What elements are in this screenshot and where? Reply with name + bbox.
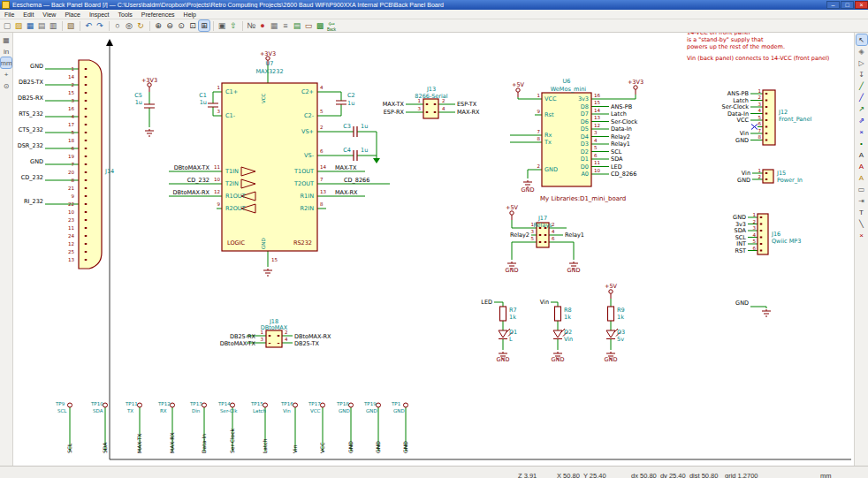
schematic-text[interactable]: 5v [617, 336, 624, 343]
schematic-text[interactable]: +5V [605, 283, 618, 290]
zoom-fit-button[interactable]: ⊡ [187, 20, 198, 31]
schematic-text[interactable]: R1IN [301, 193, 315, 200]
schematic-text[interactable]: GND [393, 408, 405, 414]
schematic-text[interactable]: +3V3 [260, 50, 276, 57]
schematic-text[interactable]: 6 [594, 153, 598, 158]
schematic-text[interactable]: C5 [134, 92, 142, 99]
units-mm-button[interactable]: mm [1, 57, 11, 68]
schematic-text[interactable]: D7 [581, 110, 589, 118]
schematic-text[interactable]: 9 [537, 109, 541, 114]
cursor-shape-button[interactable]: + [1, 69, 11, 80]
schematic-text[interactable]: D1 [509, 329, 517, 336]
schematic-text[interactable]: Latch [262, 438, 268, 453]
schematic-text[interactable]: Relay1 [565, 231, 584, 239]
schematic-text[interactable]: 16 [594, 93, 600, 98]
schematic-text[interactable]: J12 [778, 109, 788, 116]
schematic-text[interactable]: ANS-PB [727, 90, 749, 97]
schematic-text[interactable]: T2OUT [293, 180, 314, 187]
menu-place[interactable]: Place [60, 10, 85, 19]
schematic-text[interactable]: Latch [253, 408, 267, 414]
delete-tool-button[interactable]: × [857, 230, 867, 240]
schematic-text[interactable]: DB25-TX [294, 340, 319, 347]
schematic-text[interactable]: GND [567, 267, 581, 274]
schematic-text[interactable]: D3 [581, 140, 589, 148]
schematic-text[interactable]: DSR_232 [18, 142, 43, 149]
menu-help[interactable]: Help [179, 10, 201, 19]
r9-resistor[interactable] [608, 307, 614, 321]
schematic-text[interactable]: MAX-RX [335, 189, 358, 196]
schematic-text[interactable]: 7 [72, 162, 75, 167]
schematic-text[interactable]: GND [522, 186, 535, 193]
schematic-text[interactable]: RS232 [293, 239, 312, 247]
c3-capacitor[interactable] [354, 126, 357, 137]
schematic-text[interactable]: TP16 [280, 401, 293, 406]
schematic-text[interactable]: 5 [758, 115, 762, 120]
schematic-text[interactable]: 3 [594, 130, 598, 135]
schematic-text[interactable]: 1u [200, 99, 207, 106]
schematic-text[interactable]: 1 [758, 168, 762, 173]
schematic-text[interactable]: 6 [753, 246, 757, 251]
schematic-text[interactable]: GND [497, 356, 510, 363]
schematic-text[interactable]: 7 [758, 128, 762, 133]
zoom-out-button[interactable]: ⊖ [164, 20, 175, 31]
schematic-text[interactable]: 4 [72, 114, 75, 119]
schematic-text[interactable]: 10 [68, 209, 74, 215]
schematic-text[interactable]: D6 [581, 118, 589, 125]
schematic-text[interactable]: 16 [68, 106, 74, 111]
schematic-text[interactable]: MAX-RX [169, 432, 175, 453]
schematic-text[interactable]: 2 [72, 82, 75, 87]
test-points[interactable] [68, 403, 408, 407]
schematic-text[interactable]: Din [192, 408, 201, 414]
schematic-text[interactable]: 6 [72, 146, 75, 151]
schematic-text[interactable]: D0 [581, 163, 589, 171]
schematic-text[interactable]: C1- [225, 112, 236, 119]
schematic-text[interactable]: 7 [320, 177, 324, 182]
schematic-text[interactable]: Data-In [611, 125, 632, 133]
schematic-text[interactable]: 7 [537, 129, 541, 134]
save-button[interactable]: ▦ [25, 20, 35, 31]
schematic-text[interactable]: 3 [72, 98, 75, 103]
schematic-text[interactable]: CD_232 [21, 174, 43, 181]
j13-connector[interactable] [423, 99, 438, 118]
schematic-text[interactable]: Vin [742, 170, 750, 177]
schematic-text[interactable]: 1 [261, 330, 264, 335]
schematic-text[interactable]: 8 [537, 136, 541, 141]
schematic-text[interactable]: Vin [740, 130, 749, 137]
schematic-text[interactable]: 9 [72, 193, 75, 199]
schematic-text[interactable]: GND [506, 267, 519, 274]
schematic-text[interactable]: RST [735, 247, 746, 254]
schematic-text[interactable]: MAX-TX [383, 101, 405, 108]
schematic-text[interactable]: R1OUT [225, 193, 246, 200]
schematic-text[interactable]: 4 [285, 337, 288, 342]
schematic-text[interactable]: L [509, 336, 513, 343]
schematic-text[interactable]: VCC [310, 408, 321, 414]
schematic-text[interactable]: 11 [214, 164, 220, 170]
schematic-text[interactable]: DBtoMAX-RX [294, 333, 331, 340]
schematic-text[interactable]: 14 [320, 164, 326, 170]
schematic-text[interactable]: 19 [68, 154, 74, 159]
schematic-text[interactable]: 1 [758, 88, 762, 94]
hierarchical-sheet-button[interactable]: ▭ [857, 184, 867, 194]
schematic-text[interactable]: 1u [361, 147, 368, 154]
schematic-text[interactable]: GND [366, 408, 377, 414]
schematic-text[interactable]: 15 [271, 257, 278, 262]
schematic-text[interactable]: 5 [753, 239, 757, 244]
schematic-text[interactable]: GND [347, 441, 354, 453]
schematic-text[interactable]: 2 [285, 330, 288, 335]
j15-connector[interactable] [763, 170, 773, 183]
schematic-text[interactable]: 8 [758, 134, 762, 140]
schematic-text[interactable]: D4 [581, 133, 589, 140]
schematic-text[interactable]: 20 [68, 170, 74, 175]
schematic-text[interactable]: 5 [320, 109, 324, 114]
schematic-text[interactable]: 3 [758, 102, 762, 107]
toggle-grid-button[interactable]: ▦ [1, 34, 11, 45]
run-pcbnew-button[interactable]: ▩ [315, 20, 325, 31]
schematic-text[interactable]: GND [339, 408, 350, 414]
schematic-text[interactable]: Tx [544, 139, 552, 146]
schematic-text[interactable]: Data-In [201, 434, 207, 453]
netlist-button[interactable]: ▤ [292, 20, 302, 31]
place-symbol-button[interactable]: ▷ [857, 57, 867, 68]
menu-tools[interactable]: Tools [113, 10, 136, 19]
schematic-text[interactable]: 18 [68, 138, 74, 143]
place-junction-button[interactable]: • [857, 138, 867, 148]
